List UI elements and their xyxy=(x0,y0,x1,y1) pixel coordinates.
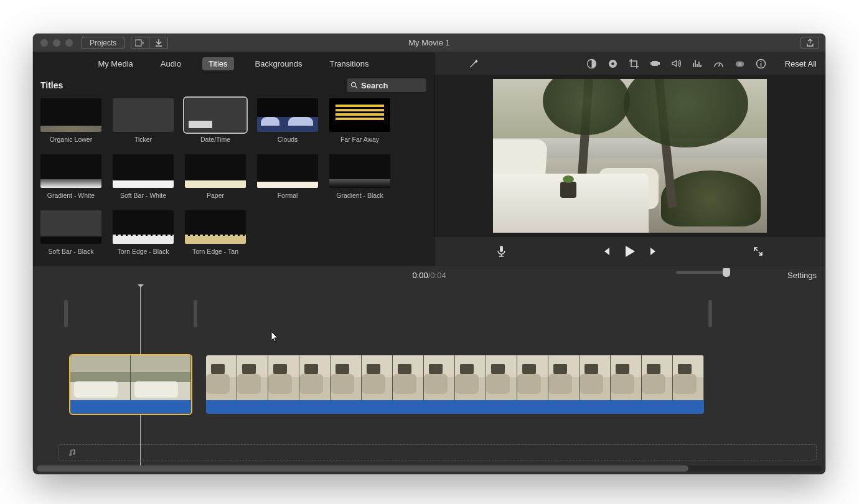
title-tile[interactable]: Gradient - White xyxy=(40,154,101,199)
auto-enhance-icon[interactable] xyxy=(468,58,479,69)
share-button[interactable] xyxy=(800,37,819,49)
timeline-clip[interactable] xyxy=(206,355,704,414)
title-tile[interactable]: Torn Edge - Black xyxy=(113,210,174,255)
title-tile[interactable]: Far Far Away xyxy=(329,98,390,143)
clip-audio[interactable] xyxy=(206,400,704,414)
voiceover-icon[interactable] xyxy=(497,245,506,258)
title-tile[interactable]: Paper xyxy=(185,154,246,199)
filter-icon[interactable] xyxy=(735,58,745,69)
browser-header: Titles Search xyxy=(33,75,434,96)
scrollbar-handle[interactable] xyxy=(37,465,688,472)
title-thumbnail xyxy=(40,154,101,188)
section-title: Titles xyxy=(40,80,63,90)
title-label: Formal xyxy=(278,192,298,199)
svg-rect-5 xyxy=(652,61,658,66)
tab-audio[interactable]: Audio xyxy=(154,57,187,70)
title-label: Paper xyxy=(207,192,224,199)
title-thumbnail xyxy=(40,98,101,132)
playhead-time: 0:00 xyxy=(412,271,428,280)
upper-panel: My MediaAudioTitlesBackgroundsTransition… xyxy=(33,52,825,266)
timeline-panel: 0:00 / 0:04 Settings xyxy=(33,266,825,474)
title-thumbnail xyxy=(185,210,246,244)
info-icon[interactable] xyxy=(756,58,766,69)
timeline-clip[interactable] xyxy=(70,355,191,414)
title-label: Gradient - Black xyxy=(336,192,383,199)
title-tile[interactable]: Soft Bar - White xyxy=(113,154,174,199)
minimize-icon[interactable] xyxy=(53,39,60,47)
import-button[interactable] xyxy=(149,37,168,49)
title-label: Torn Edge - Tan xyxy=(192,248,238,255)
eq-icon[interactable] xyxy=(692,58,703,69)
clip-audio[interactable] xyxy=(70,400,191,414)
title-label: Clouds xyxy=(278,136,298,143)
horizontal-scrollbar[interactable] xyxy=(37,465,822,472)
audio-icon[interactable] xyxy=(671,58,682,69)
svg-point-4 xyxy=(611,62,614,65)
close-icon[interactable] xyxy=(40,39,48,47)
title-thumbnail xyxy=(329,154,390,188)
browser-tabs: My MediaAudioTitlesBackgroundsTransition… xyxy=(33,52,434,75)
search-input[interactable]: Search xyxy=(347,78,426,92)
projects-button[interactable]: Projects xyxy=(82,37,124,49)
view-mode-group xyxy=(131,37,168,49)
tab-my-media[interactable]: My Media xyxy=(92,57,139,70)
titles-grid: Organic LowerTickerDate/TimeCloudsFar Fa… xyxy=(33,96,434,266)
zoom-handle[interactable] xyxy=(723,268,730,277)
zoom-slider[interactable] xyxy=(676,271,727,274)
music-icon xyxy=(68,448,77,457)
title-tile[interactable]: Torn Edge - Tan xyxy=(185,210,246,255)
crop-icon[interactable] xyxy=(629,58,639,69)
window-controls xyxy=(40,39,73,47)
clip-handle[interactable] xyxy=(708,300,712,327)
title-tile[interactable]: Organic Lower xyxy=(40,98,101,143)
title-thumbnail xyxy=(113,154,174,188)
preview-viewer[interactable] xyxy=(434,75,825,237)
speed-icon[interactable] xyxy=(713,58,724,69)
title-thumbnail xyxy=(185,154,246,188)
title-thumbnail xyxy=(185,98,246,132)
title-thumbnail xyxy=(113,98,174,132)
title-thumbnail xyxy=(257,98,318,132)
color-correct-icon[interactable] xyxy=(608,58,618,69)
svg-rect-6 xyxy=(650,62,652,65)
stabilize-icon[interactable] xyxy=(650,58,660,69)
zoom-icon[interactable] xyxy=(65,39,73,47)
reset-all-button[interactable]: Reset All xyxy=(785,59,817,68)
title-tile[interactable]: Ticker xyxy=(113,98,174,143)
inspector-tools xyxy=(586,58,766,69)
settings-button[interactable]: Settings xyxy=(787,271,817,280)
title-tile[interactable]: Gradient - Black xyxy=(329,154,390,199)
library-view-button[interactable] xyxy=(131,37,149,49)
play-button[interactable] xyxy=(624,245,636,258)
title-thumbnail xyxy=(329,98,390,132)
color-balance-icon[interactable] xyxy=(586,58,597,69)
clip-handle[interactable] xyxy=(194,300,197,327)
title-label: Organic Lower xyxy=(50,136,92,143)
clip-handle[interactable] xyxy=(64,300,68,327)
search-placeholder: Search xyxy=(361,81,388,90)
transport-bar xyxy=(434,237,825,266)
title-tile[interactable]: Formal xyxy=(257,154,318,199)
title-tile[interactable]: Clouds xyxy=(257,98,318,143)
title-thumbnail xyxy=(113,210,174,244)
fullscreen-icon[interactable] xyxy=(753,246,763,256)
tab-titles[interactable]: Titles xyxy=(202,57,234,70)
svg-rect-0 xyxy=(135,40,141,46)
svg-point-11 xyxy=(760,60,761,62)
timeline[interactable] xyxy=(33,284,825,474)
svg-rect-13 xyxy=(500,246,503,252)
title-label: Date/Time xyxy=(200,136,230,143)
tab-backgrounds[interactable]: Backgrounds xyxy=(249,57,309,70)
tab-transitions[interactable]: Transitions xyxy=(323,57,375,70)
prev-button[interactable] xyxy=(601,246,611,256)
audio-track[interactable] xyxy=(58,444,817,460)
title-label: Soft Bar - White xyxy=(120,192,166,199)
next-button[interactable] xyxy=(649,246,659,256)
media-browser: My MediaAudioTitlesBackgroundsTransition… xyxy=(33,52,434,266)
inspector-bar: Reset All xyxy=(434,52,825,75)
title-label: Torn Edge - Black xyxy=(118,248,169,255)
title-tile[interactable]: Date/Time xyxy=(185,98,246,143)
title-label: Gradient - White xyxy=(47,192,95,199)
search-icon xyxy=(350,82,358,89)
title-tile[interactable]: Soft Bar - Black xyxy=(40,210,101,255)
